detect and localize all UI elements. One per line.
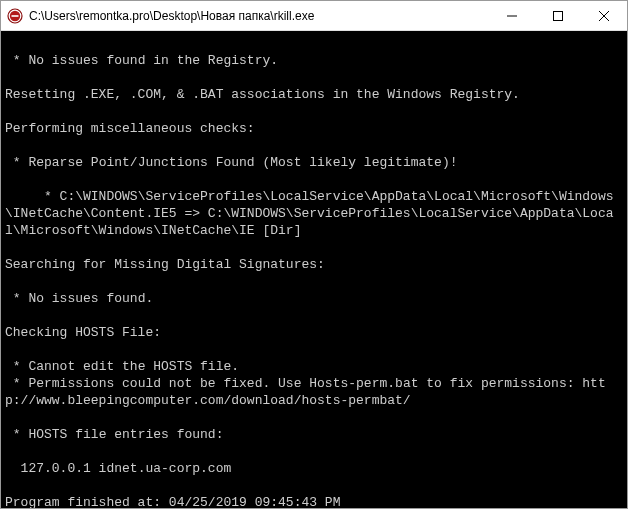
console-line (5, 103, 621, 120)
window-controls (489, 1, 627, 30)
console-line (5, 273, 621, 290)
console-line (5, 443, 621, 460)
console-line: Searching for Missing Digital Signatures… (5, 256, 621, 273)
console-line: * Permissions could not be fixed. Use Ho… (5, 375, 621, 409)
console-line (5, 137, 621, 154)
console-line: * No issues found in the Registry. (5, 52, 621, 69)
console-line: Resetting .EXE, .COM, & .BAT association… (5, 86, 621, 103)
console-line: Program finished at: 04/25/2019 09:45:43… (5, 494, 621, 508)
console-line (5, 477, 621, 494)
window-title: C:\Users\remontka.pro\Desktop\Новая папк… (29, 9, 489, 23)
console-line: * Reparse Point/Junctions Found (Most li… (5, 154, 621, 171)
console-output[interactable]: * No issues found in the Registry. Reset… (1, 31, 627, 508)
console-line: Performing miscellaneous checks: (5, 120, 621, 137)
console-line (5, 171, 621, 188)
console-line: * Cannot edit the HOSTS file. (5, 358, 621, 375)
console-line (5, 69, 621, 86)
console-line (5, 35, 621, 52)
console-line: 127.0.0.1 idnet.ua-corp.com (5, 460, 621, 477)
console-line (5, 409, 621, 426)
svg-rect-4 (554, 11, 563, 20)
console-line (5, 239, 621, 256)
console-line: * No issues found. (5, 290, 621, 307)
minimize-button[interactable] (489, 1, 535, 30)
console-line (5, 341, 621, 358)
maximize-button[interactable] (535, 1, 581, 30)
close-button[interactable] (581, 1, 627, 30)
console-line (5, 307, 621, 324)
console-window: C:\Users\remontka.pro\Desktop\Новая папк… (0, 0, 628, 509)
console-line: * C:\WINDOWS\ServiceProfiles\LocalServic… (5, 188, 621, 239)
titlebar[interactable]: C:\Users\remontka.pro\Desktop\Новая папк… (1, 1, 627, 31)
console-line: Checking HOSTS File: (5, 324, 621, 341)
svg-rect-2 (12, 15, 19, 17)
app-icon (7, 8, 23, 24)
console-line: * HOSTS file entries found: (5, 426, 621, 443)
